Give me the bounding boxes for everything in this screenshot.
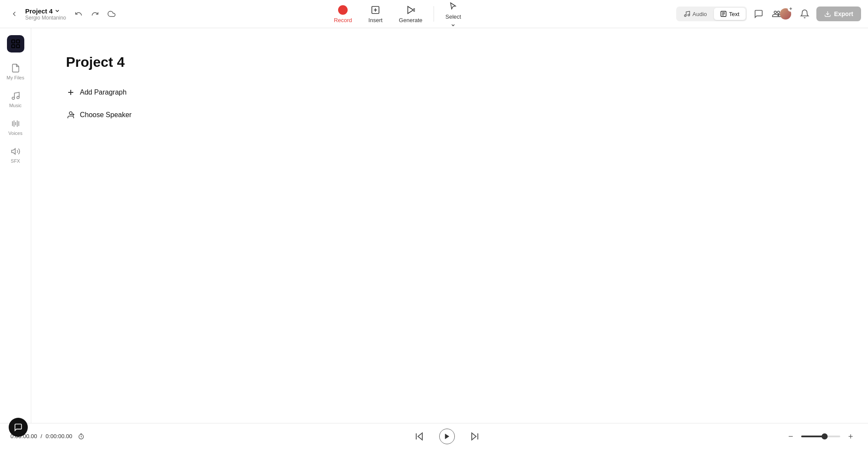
volume-plus-button[interactable] xyxy=(844,429,858,443)
header: Project 4 Sergio Montanino xyxy=(0,0,868,28)
playback-controls xyxy=(123,429,771,444)
export-button[interactable]: Export xyxy=(816,7,861,21)
svg-rect-17 xyxy=(16,40,20,43)
sidebar-item-music-label: Music xyxy=(9,103,22,108)
volume-controls xyxy=(771,429,858,443)
rewind-button[interactable] xyxy=(411,429,427,444)
volume-slider[interactable] xyxy=(801,436,840,437)
svg-marker-35 xyxy=(418,433,422,440)
volume-plus-icon xyxy=(847,433,854,440)
text-mode-button[interactable]: Text xyxy=(714,8,746,20)
header-right: Audio Text xyxy=(676,5,861,23)
insert-button[interactable]: Insert xyxy=(362,2,389,26)
select-label: Select xyxy=(445,13,461,20)
add-collaborator-button[interactable] xyxy=(769,5,795,23)
volume-minus-button[interactable] xyxy=(784,429,798,443)
svg-point-8 xyxy=(688,14,690,16)
svg-marker-27 xyxy=(11,149,15,154)
fast-forward-icon xyxy=(470,431,480,442)
insert-icon xyxy=(371,5,380,15)
app-logo xyxy=(7,35,24,52)
svg-point-30 xyxy=(69,112,72,115)
total-time: 0:00:00.00 xyxy=(46,433,72,439)
content-project-title: Project 4 xyxy=(66,54,833,70)
chat-icon xyxy=(14,423,23,432)
play-button[interactable] xyxy=(439,429,455,444)
svg-marker-3 xyxy=(408,7,414,14)
text-mode-label: Text xyxy=(729,11,740,17)
comment-button[interactable] xyxy=(750,6,767,22)
music-icon xyxy=(10,91,21,101)
export-label: Export xyxy=(834,10,853,17)
sidebar-item-my-files-label: My Files xyxy=(7,75,24,80)
project-title-row[interactable]: Project 4 xyxy=(25,7,66,15)
undo-icon xyxy=(75,10,82,18)
cloud-icon xyxy=(108,10,115,18)
notification-button[interactable] xyxy=(796,6,813,22)
choose-speaker-label: Choose Speaker xyxy=(80,111,132,119)
project-subtitle: Sergio Montanino xyxy=(25,15,66,21)
redo-button[interactable] xyxy=(88,7,102,21)
header-left: Project 4 Sergio Montanino xyxy=(7,7,119,21)
volume-slider-thumb xyxy=(822,433,828,439)
back-button[interactable] xyxy=(7,7,22,21)
comment-icon xyxy=(754,9,763,19)
add-paragraph-label: Add Paragraph xyxy=(80,88,127,96)
sidebar-item-sfx[interactable]: SFX xyxy=(3,143,28,167)
svg-rect-18 xyxy=(12,45,15,48)
project-info: Project 4 Sergio Montanino xyxy=(25,7,66,21)
sidebar-item-voices-label: Voices xyxy=(8,131,22,136)
timer-icon xyxy=(78,433,85,440)
rewind-icon xyxy=(414,431,424,442)
audio-mode-button[interactable]: Audio xyxy=(677,8,713,20)
svg-point-20 xyxy=(12,97,14,100)
audio-mode-label: Audio xyxy=(693,11,707,17)
person-add-icon xyxy=(66,110,76,120)
add-paragraph-action[interactable]: Add Paragraph xyxy=(66,86,833,99)
generate-icon xyxy=(406,5,415,15)
record-icon-wrap xyxy=(337,4,349,16)
select-button[interactable]: Select xyxy=(439,0,467,30)
cloud-save-button[interactable] xyxy=(104,7,119,21)
record-dot xyxy=(338,5,348,15)
time-separator: / xyxy=(40,433,42,439)
redo-icon xyxy=(91,10,99,18)
svg-rect-19 xyxy=(16,45,20,48)
play-icon xyxy=(444,433,450,439)
svg-rect-16 xyxy=(12,40,15,43)
files-icon xyxy=(10,63,21,73)
sidebar-item-music[interactable]: Music xyxy=(3,87,28,111)
export-icon xyxy=(824,10,831,17)
svg-marker-38 xyxy=(472,433,476,440)
sidebar-item-my-files[interactable]: My Files xyxy=(3,59,28,84)
select-chevron-icon xyxy=(450,23,456,28)
logo-icon xyxy=(10,39,21,49)
insert-label: Insert xyxy=(368,17,383,23)
undo-button[interactable] xyxy=(71,7,86,21)
svg-marker-37 xyxy=(445,434,449,439)
select-icon-wrap xyxy=(447,0,459,12)
sidebar-item-voices[interactable]: Voices xyxy=(3,115,28,139)
chevron-down-icon xyxy=(54,8,60,14)
mode-toggle: Audio Text xyxy=(676,7,747,21)
add-badge xyxy=(788,6,794,12)
record-button[interactable]: Record xyxy=(328,2,358,26)
content-area: Project 4 Add Paragraph Choose xyxy=(31,28,868,423)
fast-forward-button[interactable] xyxy=(467,429,483,444)
generate-button[interactable]: Generate xyxy=(393,2,428,26)
audio-icon xyxy=(684,10,690,17)
choose-speaker-action[interactable]: Choose Speaker xyxy=(66,108,833,121)
generate-label: Generate xyxy=(399,17,422,23)
sfx-icon xyxy=(10,146,21,157)
sidebar: My Files Music xyxy=(0,28,31,423)
header-icon-group xyxy=(750,5,813,23)
generate-icon-wrap xyxy=(405,4,416,16)
header-history xyxy=(71,7,119,21)
chat-button[interactable] xyxy=(9,418,28,437)
timer-button[interactable] xyxy=(76,431,86,442)
time-display: 0:00:00.00 / 0:00:00.00 xyxy=(10,431,123,442)
insert-icon-wrap xyxy=(370,4,381,16)
bottom-bar: 0:00:00.00 / 0:00:00.00 xyxy=(0,423,868,449)
record-label: Record xyxy=(334,17,352,23)
svg-point-7 xyxy=(684,15,686,16)
